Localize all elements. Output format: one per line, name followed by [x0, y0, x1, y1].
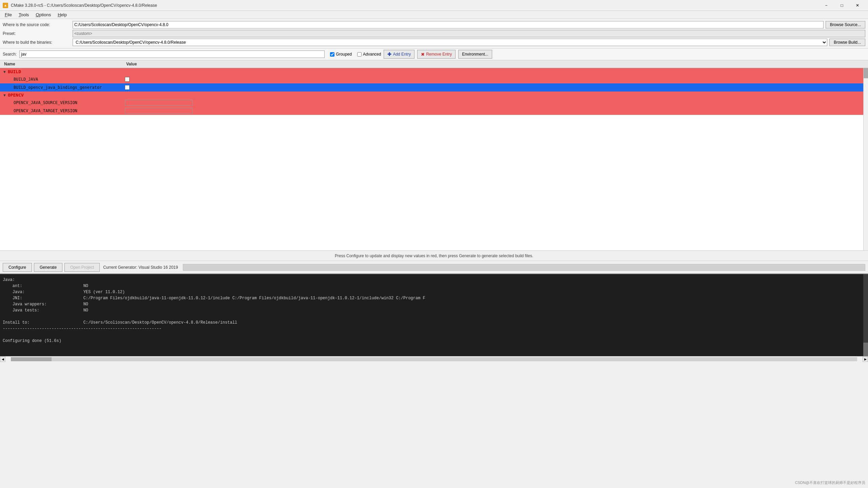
environment-button[interactable]: Environment...	[458, 50, 492, 59]
maximize-button[interactable]: □	[834, 0, 850, 11]
log-section: Java: ant: NO Java: YES (ver 11.0.12) JN…	[0, 273, 868, 362]
advanced-label[interactable]: Advanced	[363, 52, 381, 57]
plus-icon: ✚	[387, 52, 391, 57]
table-content: ▼ BUILD BUILD_JAVA BUILD_opencv_java_bin…	[0, 68, 863, 250]
window-title: CMake 3.28.0-rc5 - C:/Users/Scolioscan/D…	[11, 3, 157, 8]
build-java-checkbox[interactable]	[125, 77, 130, 82]
close-button[interactable]: ✕	[850, 0, 865, 11]
search-input[interactable]	[19, 50, 325, 58]
status-bar: Press Configure to update and display ne…	[0, 250, 868, 261]
table-scroll-wrapper: ▼ BUILD BUILD_JAVA BUILD_opencv_java_bin…	[0, 68, 868, 250]
entry-name-opencv-java-source: OPENCV_JAVA_SOURCE_VERSION	[3, 100, 125, 105]
advanced-checkbox-group: Advanced	[357, 52, 381, 57]
entry-name-build-java: BUILD_JAVA	[3, 77, 125, 82]
opencv-java-target-input[interactable]	[125, 108, 193, 114]
status-message: Press Configure to update and display ne…	[335, 253, 533, 258]
table-scrollbar-thumb[interactable]	[864, 68, 868, 78]
group-row-build[interactable]: ▼ BUILD	[0, 68, 863, 75]
environment-label: Environment...	[462, 52, 488, 57]
col-value-header: Value	[125, 61, 865, 67]
add-entry-button[interactable]: ✚ Add Entry	[384, 50, 414, 59]
table-row[interactable]: OPENCV_JAVA_SOURCE_VERSION	[0, 99, 863, 107]
entry-value-opencv-java-source	[125, 100, 861, 106]
preset-input[interactable]	[73, 30, 865, 37]
empty-table-space	[0, 115, 863, 250]
source-input[interactable]	[73, 21, 824, 28]
log-area[interactable]: Java: ant: NO Java: YES (ver 11.0.12) JN…	[0, 274, 868, 356]
entry-value-build-opencv-java	[125, 85, 861, 90]
source-label: Where is the source code:	[3, 22, 71, 27]
search-row: Search: Grouped Advanced ✚ Add Entry ✖ R…	[0, 48, 868, 60]
scrollbar-track	[11, 357, 857, 361]
progress-bar	[183, 264, 865, 271]
table-v-scrollbar[interactable]	[863, 68, 868, 250]
log-v-scrollbar[interactable]	[863, 274, 868, 356]
title-bar-left: ▲ CMake 3.28.0-rc5 - C:/Users/Scolioscan…	[3, 3, 157, 8]
remove-entry-button[interactable]: ✖ Remove Entry	[417, 50, 456, 59]
log-line: ----------------------------------------…	[3, 326, 863, 332]
entry-value-build-java	[125, 77, 861, 82]
opencv-java-source-input[interactable]	[125, 100, 193, 106]
cmake-icon: ▲	[3, 3, 8, 8]
grouped-label[interactable]: Grouped	[336, 52, 352, 57]
browse-build-button[interactable]: Browse Build...	[829, 39, 865, 46]
entry-name-build-opencv-java: BUILD_opencv_java_bindings_generator	[3, 85, 125, 90]
minimize-button[interactable]: −	[818, 0, 834, 11]
build-select[interactable]: C:/Users/Scolioscan/Desktop/OpenCV/openc…	[73, 39, 827, 46]
config-area: Name Value ▼ BUILD BUILD_JAVA BUILD_open…	[0, 60, 868, 250]
scrollbar-thumb[interactable]	[11, 357, 52, 361]
table-row[interactable]: BUILD_opencv_java_bindings_generator	[0, 83, 863, 92]
scroll-left-arrow[interactable]: ◀	[0, 357, 5, 362]
log-line: Java: YES (ver 11.0.12)	[3, 289, 863, 295]
generate-button[interactable]: Generate	[34, 263, 62, 272]
grouped-checkbox[interactable]	[330, 52, 334, 57]
log-scrollbar-thumb[interactable]	[863, 343, 868, 356]
x-icon: ✖	[421, 52, 425, 57]
log-line: JNI: C:/Program Files/ojdkbuild/java-11-…	[3, 295, 863, 301]
menu-options[interactable]: Options	[32, 12, 54, 18]
preset-row: Preset:	[3, 30, 865, 37]
toolbar: Where is the source code: Browse Source.…	[0, 19, 868, 48]
menu-file[interactable]: File	[1, 12, 15, 18]
log-line: Java tests: NO	[3, 307, 863, 313]
log-line: Java wrappers: NO	[3, 301, 863, 307]
table-row[interactable]: BUILD_JAVA	[0, 75, 863, 83]
advanced-checkbox[interactable]	[357, 52, 362, 57]
build-row: Where to build the binaries: C:/Users/Sc…	[3, 39, 865, 46]
log-line: Java:	[3, 277, 863, 283]
build-label: Where to build the binaries:	[3, 40, 71, 45]
entry-name-opencv-java-target: OPENCV_JAVA_TARGET_VERSION	[3, 108, 125, 113]
col-name-header: Name	[3, 61, 125, 67]
title-bar: ▲ CMake 3.28.0-rc5 - C:/Users/Scolioscan…	[0, 0, 868, 11]
opencv-group-name: OPENCV	[8, 93, 24, 98]
log-line	[3, 332, 863, 338]
search-label: Search:	[3, 52, 17, 57]
preset-label: Preset:	[3, 31, 71, 36]
browse-source-button[interactable]: Browse Source...	[826, 21, 865, 28]
watermark: CSDN@不喜欢打篮球的厨师不是好程序员	[795, 480, 865, 485]
opencv-toggle-icon: ▼	[3, 93, 6, 97]
table-row[interactable]: OPENCV_JAVA_TARGET_VERSION	[0, 107, 863, 115]
menu-help[interactable]: Help	[54, 12, 70, 18]
configure-button[interactable]: Configure	[3, 263, 32, 272]
scroll-right-arrow[interactable]: ▶	[863, 357, 868, 362]
entry-value-opencv-java-target	[125, 108, 861, 114]
log-line	[3, 313, 863, 320]
build-group-name: BUILD	[8, 69, 21, 74]
add-entry-label: Add Entry	[393, 52, 411, 57]
log-h-scrollbar[interactable]: ◀ ▶	[0, 356, 868, 362]
grouped-checkbox-group: Grouped	[330, 52, 352, 57]
group-row-opencv[interactable]: ▼ OPENCV	[0, 92, 863, 99]
menu-tools[interactable]: Tools	[15, 12, 32, 18]
log-line: Install to: C:/Users/Scolioscan/Desktop/…	[3, 320, 863, 326]
bottom-bar: Configure Generate Open Project Current …	[0, 261, 868, 273]
log-line: Configuring done (51.6s)	[3, 338, 863, 344]
build-opencv-java-checkbox[interactable]	[125, 85, 130, 90]
table-header: Name Value	[0, 60, 868, 68]
window-controls: − □ ✕	[818, 0, 865, 11]
menu-bar: File Tools Options Help	[0, 11, 868, 19]
source-row: Where is the source code: Browse Source.…	[3, 21, 865, 28]
generator-text: Current Generator: Visual Studio 16 2019	[103, 265, 178, 270]
build-toggle-icon: ▼	[3, 70, 6, 74]
open-project-button[interactable]: Open Project	[64, 263, 100, 272]
